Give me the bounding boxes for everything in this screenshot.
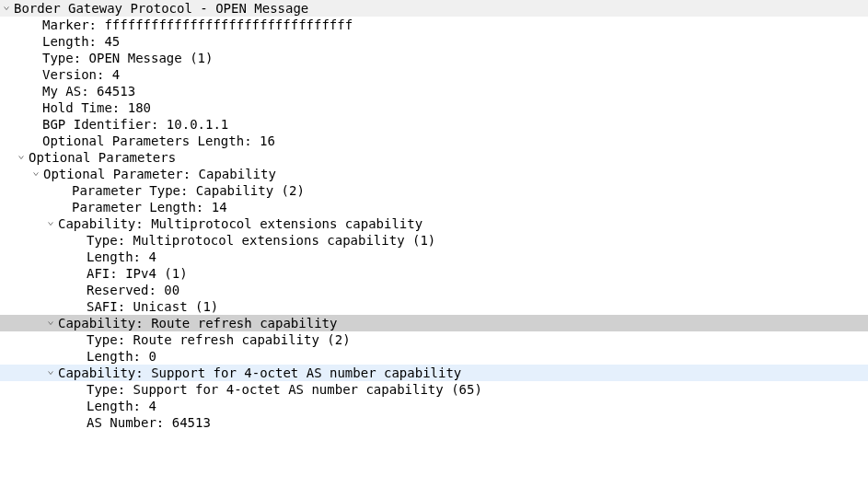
optional-parameter-capability-label: Optional Parameter: Capability (43, 166, 276, 182)
capability-0-field-2[interactable]: AFI: IPv4 (1) (0, 265, 868, 282)
capability-0-field-4-label: SAFI: Unicast (1) (87, 298, 218, 315)
capability-1-field-1[interactable]: Length: 0 (0, 348, 868, 365)
field-bgp-id[interactable]: BGP Identifier: 10.0.1.1 (0, 116, 868, 133)
expand-icon[interactable] (44, 365, 57, 381)
capability-2-field-2[interactable]: AS Number: 64513 (0, 414, 868, 431)
capability-0-field-1-label: Length: 4 (87, 249, 156, 265)
expand-icon[interactable] (15, 149, 28, 166)
field-hold-time-label: Hold Time: 180 (42, 99, 151, 116)
optional-parameters-label: Optional Parameters (29, 149, 176, 166)
capability-0-field-3-label: Reserved: 00 (87, 282, 179, 298)
bgp-open-header[interactable]: Border Gateway Protocol - OPEN Message (0, 0, 868, 17)
field-marker[interactable]: Marker: ffffffffffffffffffffffffffffffff (0, 17, 868, 33)
expand-icon[interactable] (29, 166, 42, 182)
capability-0-field-0[interactable]: Type: Multiprotocol extensions capabilit… (0, 232, 868, 249)
expand-icon[interactable] (0, 0, 13, 17)
capability-2-field-1[interactable]: Length: 4 (0, 398, 868, 414)
optional-parameters[interactable]: Optional Parameters (0, 149, 868, 166)
field-my-as-label: My AS: 64513 (42, 83, 135, 99)
field-version-label: Version: 4 (42, 66, 120, 83)
field-param-type[interactable]: Parameter Type: Capability (2) (0, 182, 868, 199)
capability-2[interactable]: Capability: Support for 4-octet AS numbe… (0, 365, 868, 381)
field-opt-len-label: Optional Parameters Length: 16 (42, 133, 275, 149)
bgp-open-header-label: Border Gateway Protocol - OPEN Message (14, 0, 308, 17)
capability-2-field-0[interactable]: Type: Support for 4-octet AS number capa… (0, 381, 868, 398)
capability-1-label: Capability: Route refresh capability (58, 315, 337, 331)
capability-1-field-0[interactable]: Type: Route refresh capability (2) (0, 331, 868, 348)
field-hold-time[interactable]: Hold Time: 180 (0, 99, 868, 116)
capability-0-field-3[interactable]: Reserved: 00 (0, 282, 868, 298)
field-param-length-label: Parameter Length: 14 (72, 199, 227, 215)
capability-2-label: Capability: Support for 4-octet AS numbe… (58, 365, 461, 381)
capability-0-label: Capability: Multiprotocol extensions cap… (58, 215, 422, 232)
field-length-label: Length: 45 (42, 33, 120, 50)
capability-2-field-0-label: Type: Support for 4-octet AS number capa… (87, 381, 482, 398)
field-param-type-label: Parameter Type: Capability (2) (72, 182, 305, 199)
packet-tree: Border Gateway Protocol - OPEN MessageMa… (0, 0, 868, 431)
field-length[interactable]: Length: 45 (0, 33, 868, 50)
capability-0-field-4[interactable]: SAFI: Unicast (1) (0, 298, 868, 315)
field-bgp-id-label: BGP Identifier: 10.0.1.1 (42, 116, 228, 133)
capability-0-field-0-label: Type: Multiprotocol extensions capabilit… (87, 232, 435, 249)
expand-icon[interactable] (44, 215, 57, 232)
expand-icon[interactable] (44, 315, 57, 331)
field-param-length[interactable]: Parameter Length: 14 (0, 199, 868, 215)
field-my-as[interactable]: My AS: 64513 (0, 83, 868, 99)
field-opt-len[interactable]: Optional Parameters Length: 16 (0, 133, 868, 149)
capability-1-field-0-label: Type: Route refresh capability (2) (87, 331, 351, 348)
capability-0-field-1[interactable]: Length: 4 (0, 249, 868, 265)
capability-2-field-1-label: Length: 4 (87, 398, 156, 414)
field-type-label: Type: OPEN Message (1) (42, 50, 213, 66)
capability-2-field-2-label: AS Number: 64513 (87, 414, 211, 431)
optional-parameter-capability[interactable]: Optional Parameter: Capability (0, 166, 868, 182)
field-marker-label: Marker: ffffffffffffffffffffffffffffffff (42, 17, 353, 33)
capability-0-field-2-label: AFI: IPv4 (1) (87, 265, 188, 282)
field-version[interactable]: Version: 4 (0, 66, 868, 83)
capability-1[interactable]: Capability: Route refresh capability (0, 315, 868, 331)
field-type[interactable]: Type: OPEN Message (1) (0, 50, 868, 66)
capability-0[interactable]: Capability: Multiprotocol extensions cap… (0, 215, 868, 232)
capability-1-field-1-label: Length: 0 (87, 348, 156, 365)
